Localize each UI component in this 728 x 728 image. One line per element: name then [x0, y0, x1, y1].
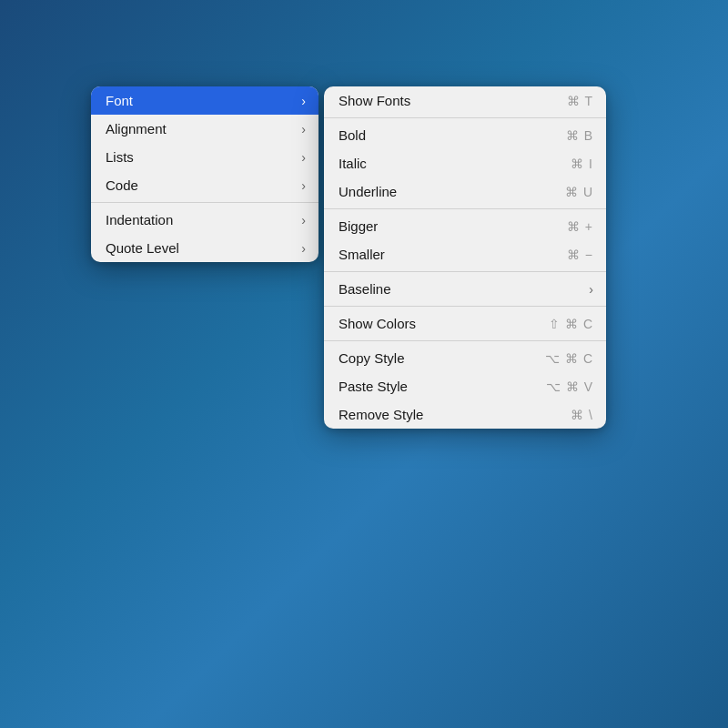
main-menu-panel: Font › Alignment › Lists › Code › Indent… [91, 86, 318, 262]
menu-item-indentation-label: Indentation [106, 212, 290, 228]
submenu-divider-1 [324, 117, 606, 118]
submenu-item-bold-label: Bold [339, 127, 566, 143]
menu-item-code-label: Code [106, 177, 290, 193]
submenu-divider-3 [324, 271, 606, 272]
menu-divider-1 [91, 202, 318, 203]
menu-item-lists-label: Lists [106, 149, 290, 165]
submenu-item-baseline[interactable]: Baseline › [324, 275, 606, 303]
shortcut-underline: ⌘ U [565, 185, 593, 199]
menu-item-lists[interactable]: Lists › [91, 143, 318, 171]
menu-item-quote-level[interactable]: Quote Level › [91, 234, 318, 262]
menu-item-font-label: Font [106, 93, 290, 108]
submenu-item-paste-style[interactable]: Paste Style ⌥ ⌘ V [324, 372, 606, 400]
menu-item-indentation[interactable]: Indentation › [91, 206, 318, 234]
shortcut-show-fonts: ⌘ T [567, 94, 593, 108]
shortcut-smaller: ⌘ − [567, 248, 593, 262]
submenu-item-underline-label: Underline [339, 184, 565, 199]
submenu-item-remove-style-label: Remove Style [339, 407, 571, 422]
chevron-right-icon: › [301, 213, 306, 228]
chevron-right-icon: › [589, 282, 593, 297]
submenu-item-show-fonts[interactable]: Show Fonts ⌘ T [324, 86, 606, 115]
submenu-item-remove-style[interactable]: Remove Style ⌘ \ [324, 400, 606, 429]
shortcut-paste-style: ⌥ ⌘ V [546, 379, 593, 394]
submenu-item-baseline-label: Baseline [339, 281, 581, 297]
shortcut-italic: ⌘ I [571, 157, 593, 171]
menu-container: Font › Alignment › Lists › Code › Indent… [91, 86, 606, 429]
submenu-item-bigger-label: Bigger [339, 218, 567, 234]
submenu-item-copy-style[interactable]: Copy Style ⌥ ⌘ C [324, 344, 606, 372]
chevron-right-icon: › [301, 122, 306, 136]
chevron-right-icon: › [301, 150, 306, 165]
menu-item-alignment-label: Alignment [106, 121, 290, 136]
shortcut-copy-style: ⌥ ⌘ C [545, 351, 593, 366]
submenu-item-bigger[interactable]: Bigger ⌘ + [324, 212, 606, 240]
chevron-right-icon: › [301, 178, 306, 193]
submenu-item-italic-label: Italic [339, 156, 571, 171]
submenu-divider-4 [324, 306, 606, 307]
submenu-item-show-colors[interactable]: Show Colors ⇧ ⌘ C [324, 309, 606, 338]
chevron-right-icon: › [301, 94, 306, 108]
menu-item-font[interactable]: Font › [91, 86, 318, 115]
submenu-item-show-colors-label: Show Colors [339, 316, 549, 331]
submenu-item-smaller[interactable]: Smaller ⌘ − [324, 240, 606, 268]
shortcut-remove-style: ⌘ \ [571, 408, 593, 422]
shortcut-bold: ⌘ B [566, 128, 593, 143]
shortcut-bigger: ⌘ + [567, 219, 593, 234]
submenu-item-underline[interactable]: Underline ⌘ U [324, 177, 606, 206]
submenu-divider-5 [324, 340, 606, 341]
shortcut-show-colors: ⇧ ⌘ C [549, 317, 593, 331]
submenu-item-show-fonts-label: Show Fonts [339, 93, 567, 108]
menu-item-alignment[interactable]: Alignment › [91, 115, 318, 143]
chevron-right-icon: › [301, 241, 306, 256]
submenu-item-paste-style-label: Paste Style [339, 379, 546, 394]
menu-item-code[interactable]: Code › [91, 171, 318, 199]
submenu-item-bold[interactable]: Bold ⌘ B [324, 121, 606, 149]
font-submenu-panel: Show Fonts ⌘ T Bold ⌘ B Italic ⌘ I Under… [324, 86, 606, 429]
submenu-divider-2 [324, 208, 606, 209]
menu-item-quote-level-label: Quote Level [106, 240, 290, 256]
submenu-item-smaller-label: Smaller [339, 247, 567, 262]
submenu-item-italic[interactable]: Italic ⌘ I [324, 149, 606, 177]
submenu-item-copy-style-label: Copy Style [339, 350, 545, 366]
